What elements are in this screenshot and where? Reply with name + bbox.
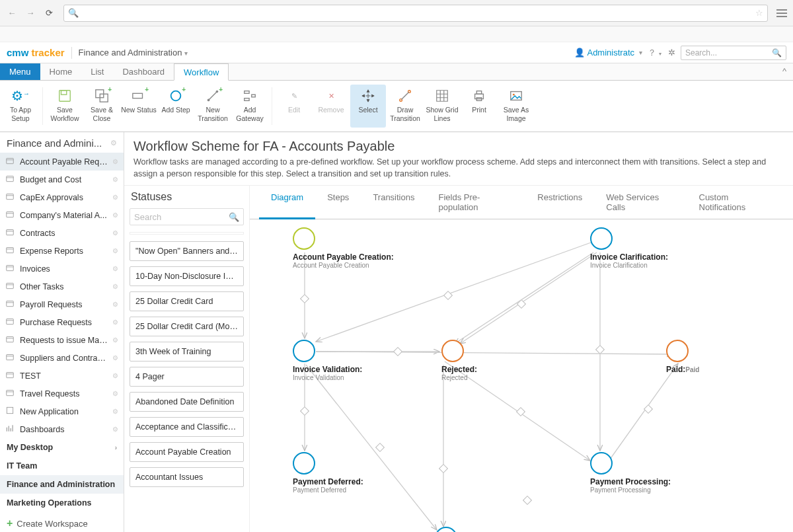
status-list-item[interactable]: Abandoned Date Definition: [130, 392, 244, 412]
sidebar-item[interactable]: Payroll Requests⚙: [0, 295, 124, 313]
workflow-canvas[interactable]: Account Payable Creation: Account Payabl…: [250, 219, 793, 532]
gear-icon[interactable]: ⚙: [112, 158, 118, 165]
gear-icon[interactable]: ⚙: [110, 139, 117, 147]
ribbon-tabs: Menu Home List Dashboard Workflow ^: [0, 63, 793, 81]
sidebar-group[interactable]: My Desktop›: [0, 438, 124, 457]
select-button[interactable]: Select: [350, 85, 386, 128]
dtab-steps[interactable]: Steps: [315, 186, 361, 219]
new-status-button[interactable]: +New Status: [121, 85, 157, 128]
status-list-item[interactable]: "Now Open" Banners and/...: [130, 241, 244, 261]
node-rejected[interactable]: Rejected: Rejected: [441, 340, 477, 381]
gear-icon[interactable]: ⚙: [112, 372, 118, 379]
node-deferred[interactable]: Payment Deferred: Payment Deferred: [293, 452, 363, 494]
sidebar-item[interactable]: Other Tasks⚙: [0, 278, 124, 295]
header-search-input[interactable]: Search...🔍: [681, 46, 786, 60]
gear-icon[interactable]: ⚙: [112, 426, 118, 433]
sidebar-item[interactable]: Purchase Requests⚙: [0, 313, 124, 331]
tab-list[interactable]: List: [81, 63, 113, 80]
dtab-webservices[interactable]: Web Services Calls: [594, 186, 687, 219]
reload-button[interactable]: ⟳: [41, 5, 57, 21]
node-validation[interactable]: Invoice Validation: Invoice Validation: [293, 340, 362, 381]
sidebar-item-label: TEST: [20, 371, 108, 381]
save-workflow-button[interactable]: Save Workflow: [47, 85, 83, 128]
gear-icon[interactable]: ⚙: [112, 211, 118, 219]
svg-rect-11: [252, 95, 256, 97]
sidebar-item[interactable]: CapEx Approvals⚙: [0, 188, 124, 206]
folder-icon: [5, 370, 16, 381]
status-list-item[interactable]: 10-Day Non-Disclosure Init...: [130, 266, 244, 286]
status-list-item[interactable]: Acceptance and Classificati...: [130, 417, 244, 437]
gear-icon[interactable]: ⚙: [112, 283, 118, 290]
gear-icon[interactable]: ⚙: [112, 265, 118, 272]
gear-icon[interactable]: ⚙: [112, 176, 118, 183]
status-list-item[interactable]: 3th Week of Training: [130, 342, 244, 361]
node-start[interactable]: Account Payable Creation: Account Payabl…: [293, 227, 394, 269]
sidebar-item[interactable]: Requests to issue Mat...⚙: [0, 331, 124, 349]
svg-rect-4: [133, 93, 143, 98]
node-paid[interactable]: Paid:Paid: [666, 340, 699, 374]
sidebar-item[interactable]: Company's Material A...⚙: [0, 206, 124, 224]
sidebar-item[interactable]: Invoices⚙: [0, 260, 124, 278]
add-step-button[interactable]: +Add Step: [158, 85, 194, 128]
sidebar-item[interactable]: Travel Requests⚙: [0, 385, 124, 402]
gear-icon[interactable]: ⚙: [112, 408, 118, 415]
node-clarification[interactable]: Invoice Clarification: Invoice Clarifica…: [590, 227, 668, 269]
status-search-input[interactable]: Search🔍: [130, 208, 244, 225]
dtab-prepop[interactable]: Fields Pre-population: [426, 186, 525, 219]
sidebar-item[interactable]: New Application⚙: [0, 402, 124, 420]
back-button[interactable]: ←: [4, 5, 20, 21]
gear-icon[interactable]: ⚙: [112, 194, 118, 201]
gear-icon[interactable]: ⚙: [112, 354, 118, 361]
svg-line-45: [316, 352, 673, 354]
tab-workflow[interactable]: Workflow: [174, 63, 229, 81]
dtab-notifications[interactable]: Custom Notifications: [687, 186, 784, 219]
settings-gear-icon[interactable]: ✲: [667, 46, 677, 59]
draw-transition-button[interactable]: Draw Transition: [387, 85, 423, 128]
browser-menu-button[interactable]: [774, 6, 789, 20]
url-bar[interactable]: 🔍 ☆: [63, 5, 768, 22]
status-list-item[interactable]: 25 Dollar Credit Card: [130, 291, 244, 311]
status-list-item[interactable]: Account Payable Creation: [130, 442, 244, 462]
save-image-button[interactable]: Save As Image: [498, 85, 534, 128]
node-processing[interactable]: Payment Processing: Payment Processing: [590, 452, 671, 494]
sidebar-item[interactable]: Dashboards⚙: [0, 420, 124, 438]
sidebar-item[interactable]: Expense Reports⚙: [0, 242, 124, 260]
sidebar-group[interactable]: Finance and Administration: [0, 475, 124, 494]
grid-button[interactable]: Show Grid Lines: [424, 85, 460, 128]
dtab-restrictions[interactable]: Restrictions: [525, 186, 594, 219]
tab-home[interactable]: Home: [40, 63, 82, 80]
gear-icon[interactable]: ⚙: [112, 336, 118, 344]
sidebar-item[interactable]: Contracts⚙: [0, 224, 124, 242]
to-app-setup-button[interactable]: ⚙→To App Setup: [3, 85, 38, 128]
tab-dashboard[interactable]: Dashboard: [113, 63, 174, 80]
status-list-item[interactable]: 4 Pager: [130, 367, 244, 387]
new-transition-button[interactable]: +New Transition: [195, 85, 231, 128]
star-icon[interactable]: ☆: [755, 8, 763, 18]
add-gateway-button[interactable]: Add Gateway: [232, 85, 268, 128]
user-menu[interactable]: 👤Administratc▾: [574, 48, 642, 57]
breadcrumb[interactable]: Finance and Administration▾: [79, 48, 188, 57]
tab-menu[interactable]: Menu: [0, 63, 40, 80]
dtab-diagram[interactable]: Diagram: [259, 186, 315, 219]
sidebar-group[interactable]: IT Team: [0, 457, 124, 475]
ribbon-collapse-button[interactable]: ^: [776, 63, 793, 80]
gear-icon[interactable]: ⚙: [112, 319, 118, 326]
sidebar-group[interactable]: Marketing Operations: [0, 494, 124, 512]
print-button[interactable]: Print: [461, 85, 497, 128]
gear-icon[interactable]: ⚙: [112, 229, 118, 237]
status-list-item[interactable]: 25 Dollar Credit Card (Moc...: [130, 317, 244, 336]
sidebar-item[interactable]: Budget and Cost⚙: [0, 171, 124, 188]
status-list-item[interactable]: Accountant Issues: [130, 467, 244, 487]
create-workspace-button[interactable]: +Create Workspace: [0, 512, 124, 532]
gear-icon[interactable]: ⚙: [112, 390, 118, 397]
sidebar-item[interactable]: Account Payable Requ...⚙: [0, 153, 124, 171]
help-icon[interactable]: ？▾: [646, 46, 663, 60]
dtab-transitions[interactable]: Transitions: [361, 186, 426, 219]
gear-icon[interactable]: ⚙: [112, 247, 118, 254]
forward-button[interactable]: →: [22, 5, 38, 21]
save-close-button[interactable]: +Save & Close: [84, 85, 120, 128]
node-bottom[interactable]: [435, 527, 457, 532]
gear-icon[interactable]: ⚙: [112, 301, 118, 308]
sidebar-item[interactable]: TEST⚙: [0, 367, 124, 385]
sidebar-item[interactable]: Suppliers and Contrac...⚙: [0, 349, 124, 367]
